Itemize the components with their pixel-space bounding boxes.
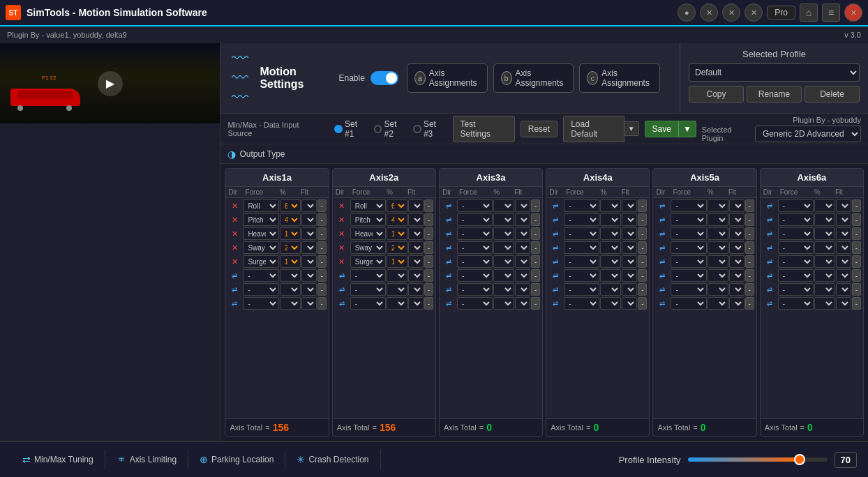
flt-cell-4-0[interactable] [729, 199, 744, 212]
arrows-icon[interactable]: ⇌ [659, 286, 665, 294]
minus-btn-4-2[interactable]: - [745, 227, 755, 240]
minus-icon[interactable]: - [531, 227, 540, 240]
save-button[interactable]: Save [645, 121, 678, 137]
x-icon[interactable]: ✕ [338, 229, 345, 238]
pct-cell-1-2[interactable]: 15 [387, 227, 407, 240]
pct-cell-2-4[interactable] [493, 255, 514, 268]
arrows-icon[interactable]: ⇌ [659, 300, 665, 308]
flt-cell-3-7[interactable] [622, 297, 637, 310]
minus-icon[interactable]: - [852, 269, 861, 282]
flt-dropdown-0-2[interactable] [301, 227, 317, 240]
dir-cell-1-6[interactable]: ⇌ [334, 286, 350, 294]
minus-btn-5-7[interactable]: - [852, 297, 862, 310]
flt-cell-2-6[interactable] [515, 283, 530, 296]
flt-dropdown-5-7[interactable] [836, 297, 851, 310]
pct-cell-4-4[interactable] [708, 255, 728, 268]
flt-dropdown-3-6[interactable] [622, 283, 637, 296]
flt-cell-1-7[interactable] [408, 297, 424, 310]
minus-icon[interactable]: - [745, 255, 754, 268]
pct-cell-3-4[interactable] [600, 255, 621, 268]
force-select-0-0[interactable]: Roll [243, 199, 278, 212]
minus-icon[interactable]: - [745, 213, 754, 226]
circle-btn-4[interactable]: ✕ [744, 3, 763, 22]
pct-dropdown-empty-1-5[interactable] [387, 269, 407, 282]
minus-btn-4-0[interactable]: - [745, 199, 755, 212]
arrows-icon[interactable]: ⇌ [232, 272, 237, 280]
minus-btn-3-0[interactable]: - [638, 199, 648, 212]
flt-cell-0-7[interactable] [301, 297, 317, 310]
minus-btn-2-0[interactable]: - [531, 199, 541, 212]
pct-dropdown-empty-0-6[interactable] [280, 283, 301, 296]
enable-toggle[interactable] [371, 71, 398, 85]
pct-cell-1-4[interactable]: 15 [387, 255, 407, 268]
minus-btn-3-2[interactable]: - [638, 227, 648, 240]
pct-dropdown-empty-4-3[interactable] [708, 241, 728, 254]
pct-cell-1-0[interactable]: 66 [387, 199, 407, 212]
pct-cell-0-5[interactable] [280, 269, 301, 282]
pct-dropdown-empty-4-6[interactable] [708, 283, 728, 296]
force-select-3-5[interactable]: - [564, 269, 599, 282]
arrows-icon[interactable]: ⇌ [553, 258, 558, 266]
flt-dropdown-0-0[interactable] [301, 199, 317, 212]
arrows-icon[interactable]: ⇌ [659, 216, 665, 224]
minus-icon[interactable]: - [424, 269, 433, 282]
minus-icon[interactable]: - [638, 297, 647, 310]
force-dropdown-0-7[interactable]: - [243, 297, 278, 310]
minus-icon[interactable]: - [745, 297, 754, 310]
force-select-3-6[interactable]: - [564, 283, 599, 296]
axis-tab-a[interactable]: a Axis Assignments [407, 63, 488, 93]
pct-cell-1-3[interactable]: 20 [387, 241, 407, 254]
pct-cell-5-0[interactable] [814, 199, 835, 212]
force-select-1-6[interactable]: - [350, 283, 386, 296]
pct-dropdown-0-3[interactable]: 20 [280, 241, 301, 254]
flt-dropdown-1-6[interactable] [408, 283, 424, 296]
dir-cell-5-3[interactable]: ⇌ [762, 244, 777, 252]
dir-cell-4-7[interactable]: ⇌ [654, 300, 670, 308]
minus-icon[interactable]: - [424, 213, 433, 226]
arrows-icon[interactable]: ⇌ [553, 244, 558, 252]
force-select-0-5[interactable]: - [243, 269, 278, 282]
force-dropdown-0-6[interactable]: - [243, 283, 278, 296]
flt-cell-1-6[interactable] [408, 283, 424, 296]
minus-icon[interactable]: - [424, 255, 433, 268]
force-dropdown-2-3[interactable]: - [457, 241, 493, 254]
pct-dropdown-0-2[interactable]: 15 [280, 227, 301, 240]
arrows-icon[interactable]: ⇌ [553, 216, 558, 224]
arrows-icon[interactable]: ⇌ [446, 300, 451, 308]
force-select-0-7[interactable]: - [243, 297, 278, 310]
dir-cell-4-3[interactable]: ⇌ [654, 244, 670, 252]
arrows-icon[interactable]: ⇌ [232, 286, 237, 294]
dir-cell-1-4[interactable]: ✕ [334, 257, 350, 266]
minus-icon[interactable]: - [745, 283, 754, 296]
minus-icon[interactable]: - [317, 227, 327, 240]
force-dropdown-5-7[interactable]: - [778, 297, 814, 310]
pct-cell-3-0[interactable] [600, 199, 621, 212]
flt-dropdown-1-0[interactable] [408, 199, 424, 212]
rename-button[interactable]: Rename [747, 86, 802, 103]
force-dropdown-4-2[interactable]: - [671, 227, 706, 240]
flt-dropdown-3-0[interactable] [622, 199, 637, 212]
flt-cell-0-6[interactable] [301, 283, 317, 296]
flt-cell-1-3[interactable] [408, 241, 424, 254]
minus-btn-4-7[interactable]: - [745, 297, 755, 310]
dir-cell-5-4[interactable]: ⇌ [762, 258, 777, 266]
force-select-5-4[interactable]: - [778, 255, 814, 268]
minus-btn-2-1[interactable]: - [531, 213, 541, 226]
flt-cell-1-5[interactable] [408, 269, 424, 282]
force-select-0-6[interactable]: - [243, 283, 278, 296]
dir-cell-5-6[interactable]: ⇌ [762, 286, 777, 294]
dir-cell-0-3[interactable]: ✕ [227, 243, 242, 252]
force-select-4-4[interactable]: - [671, 255, 706, 268]
flt-cell-3-2[interactable] [622, 227, 637, 240]
flt-cell-5-1[interactable] [836, 213, 851, 226]
minus-icon[interactable]: - [852, 227, 861, 240]
pct-dropdown-empty-4-0[interactable] [708, 199, 728, 212]
pct-cell-3-1[interactable] [600, 213, 621, 226]
flt-dropdown-0-6[interactable] [301, 283, 317, 296]
x-icon[interactable]: ✕ [232, 243, 238, 252]
force-dropdown-5-3[interactable]: - [778, 241, 814, 254]
arrows-icon[interactable]: ⇌ [767, 216, 772, 224]
force-dropdown-4-6[interactable]: - [671, 283, 706, 296]
dir-cell-5-1[interactable]: ⇌ [762, 216, 777, 224]
pct-dropdown-empty-2-3[interactable] [493, 241, 514, 254]
